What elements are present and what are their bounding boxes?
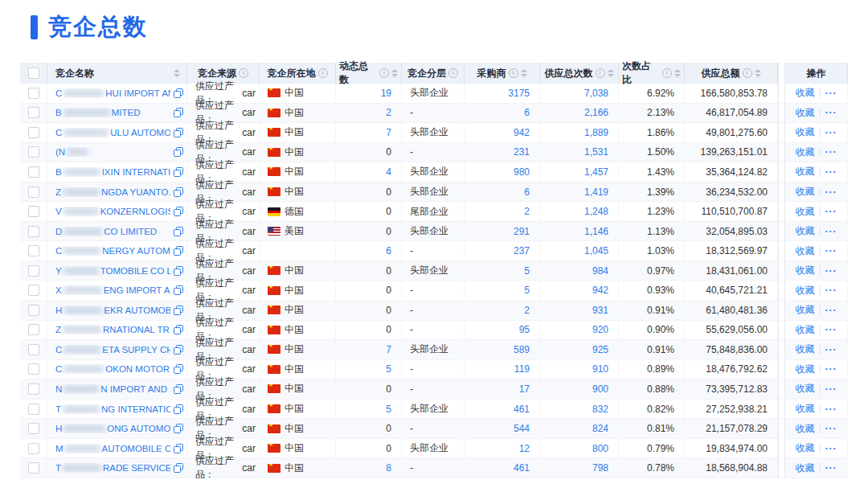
column-header-dynamics[interactable]: 动态总数 [336, 63, 402, 84]
buyers-value[interactable]: 589 [514, 344, 530, 355]
supply-count-value[interactable]: 931 [592, 305, 608, 316]
supply-count-value[interactable]: 925 [592, 344, 608, 355]
dynamics-value[interactable]: 0 [386, 305, 391, 316]
info-icon[interactable] [239, 68, 248, 78]
supply-count-value[interactable]: 832 [592, 404, 608, 415]
more-actions-button[interactable]: ··· [825, 305, 837, 316]
supply-count-value[interactable]: 1,889 [584, 127, 608, 138]
favorite-button[interactable]: 收藏 [796, 185, 815, 199]
buyers-value[interactable]: 5 [524, 265, 530, 277]
copy-icon[interactable] [174, 285, 183, 295]
supply-count-value[interactable]: 1,045 [584, 245, 608, 256]
row-checkbox[interactable] [28, 146, 39, 158]
supply-count-value[interactable]: 824 [592, 423, 608, 434]
row-checkbox[interactable] [28, 423, 39, 434]
column-header-tier[interactable]: 竞企分层 [402, 63, 465, 84]
more-actions-button[interactable]: ··· [825, 443, 837, 454]
supply-count-value[interactable]: 910 [592, 363, 608, 375]
row-checkbox[interactable] [28, 88, 39, 99]
buyers-value[interactable]: 3175 [508, 88, 530, 99]
more-actions-button[interactable]: ··· [825, 187, 837, 198]
favorite-button[interactable]: 收藏 [796, 363, 815, 376]
copy-icon[interactable] [174, 147, 183, 157]
row-checkbox[interactable] [28, 324, 39, 335]
dynamics-value[interactable]: 8 [386, 462, 391, 474]
more-actions-button[interactable]: ··· [825, 88, 837, 99]
favorite-button[interactable]: 收藏 [796, 323, 815, 337]
favorite-button[interactable]: 收藏 [796, 125, 815, 139]
dynamics-value[interactable]: 7 [386, 127, 391, 138]
buyers-value[interactable]: 2 [524, 305, 530, 316]
row-checkbox[interactable] [28, 107, 39, 118]
supply-count-value[interactable]: 984 [592, 265, 608, 277]
supply-count-value[interactable]: 1,248 [584, 206, 608, 217]
buyers-value[interactable]: 461 [514, 462, 530, 474]
column-header-name[interactable]: 竞企名称 [47, 63, 187, 84]
copy-icon[interactable] [174, 325, 183, 334]
row-checkbox[interactable] [28, 462, 39, 474]
dynamics-value[interactable]: 0 [386, 383, 391, 395]
more-actions-button[interactable]: ··· [825, 265, 837, 277]
more-actions-button[interactable]: ··· [825, 226, 837, 237]
dynamics-value[interactable]: 2 [386, 107, 391, 118]
row-checkbox[interactable] [28, 443, 39, 454]
copy-icon[interactable] [174, 444, 183, 453]
column-header-buyers[interactable]: 采购商 [465, 63, 540, 84]
buyers-value[interactable]: 980 [514, 166, 530, 178]
copy-icon[interactable] [174, 384, 183, 394]
buyers-value[interactable]: 119 [514, 363, 530, 375]
supply-count-value[interactable]: 798 [592, 462, 608, 474]
supply-count-value[interactable]: 800 [592, 443, 608, 454]
row-checkbox[interactable] [28, 245, 39, 256]
select-all-checkbox[interactable] [28, 68, 39, 79]
more-actions-button[interactable]: ··· [825, 404, 837, 415]
favorite-button[interactable]: 收藏 [796, 284, 815, 297]
sort-icon[interactable] [608, 69, 614, 77]
favorite-button[interactable]: 收藏 [796, 86, 815, 100]
row-checkbox[interactable] [28, 383, 39, 395]
row-checkbox[interactable] [28, 363, 39, 375]
row-checkbox[interactable] [28, 127, 39, 138]
buyers-value[interactable]: 17 [519, 383, 530, 395]
copy-icon[interactable] [174, 266, 183, 276]
supply-count-value[interactable]: 1,146 [584, 226, 608, 237]
more-actions-button[interactable]: ··· [825, 107, 837, 118]
more-actions-button[interactable]: ··· [825, 383, 837, 395]
favorite-button[interactable]: 收藏 [796, 264, 815, 277]
row-checkbox[interactable] [28, 404, 39, 415]
row-checkbox[interactable] [28, 206, 39, 217]
competitor-name-link[interactable]: V KONZERNLOGIS... [55, 207, 170, 216]
supply-count-value[interactable]: 920 [592, 324, 608, 335]
buyers-value[interactable]: 237 [514, 245, 530, 256]
more-actions-button[interactable]: ··· [825, 285, 837, 296]
dynamics-value[interactable]: 0 [386, 146, 391, 158]
supply-count-value[interactable]: 900 [592, 383, 608, 395]
more-actions-button[interactable]: ··· [825, 245, 837, 256]
competitor-name-link[interactable]: X ENG IMPORT A... [55, 285, 170, 295]
column-header-location[interactable]: 竞企所在地 [260, 63, 336, 84]
more-actions-button[interactable]: ··· [825, 423, 837, 434]
more-actions-button[interactable]: ··· [825, 206, 837, 217]
competitor-name-link[interactable]: B MITED [55, 108, 170, 117]
more-actions-button[interactable]: ··· [825, 344, 837, 355]
sort-icon[interactable] [174, 69, 180, 77]
more-actions-button[interactable]: ··· [825, 462, 837, 474]
competitor-name-link[interactable]: Z RNATIONAL TR... [55, 325, 170, 334]
row-checkbox[interactable] [28, 285, 39, 296]
dynamics-value[interactable]: 0 [386, 324, 391, 335]
dynamics-value[interactable]: 6 [386, 245, 391, 256]
more-actions-button[interactable]: ··· [825, 363, 837, 375]
competitor-name-link[interactable]: N N IMPORT AND ... [55, 384, 170, 394]
sort-icon[interactable] [755, 69, 761, 77]
buyers-value[interactable]: 12 [519, 443, 530, 454]
copy-icon[interactable] [174, 167, 183, 177]
favorite-button[interactable]: 收藏 [796, 402, 815, 416]
dynamics-value[interactable]: 0 [386, 265, 391, 277]
more-actions-button[interactable]: ··· [825, 127, 837, 138]
copy-icon[interactable] [174, 463, 183, 473]
competitor-name-link[interactable]: T RADE SERVICE ... [55, 463, 170, 473]
supply-count-value[interactable]: 942 [592, 285, 608, 296]
competitor-name-link[interactable]: (N [55, 147, 170, 157]
buyers-value[interactable]: 942 [514, 127, 530, 138]
info-icon[interactable] [743, 68, 752, 78]
